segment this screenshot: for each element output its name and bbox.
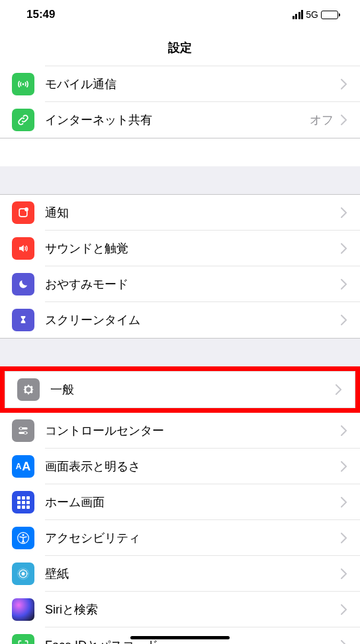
row-label: 画面表示と明るさ — [45, 458, 336, 474]
link-icon — [12, 109, 34, 131]
gear-icon — [17, 378, 40, 401]
chevron-right-icon — [336, 241, 351, 256]
text-size-icon: AA — [12, 455, 34, 478]
chevron-right-icon — [336, 77, 351, 91]
siri-icon — [12, 598, 34, 621]
page-title: 設定 — [0, 27, 360, 65]
settings-group: Bluetooth オン モバイル通信 インターネット共有 オフ — [0, 65, 360, 138]
settings-row-dnd[interactable]: おやすみモード — [0, 266, 360, 302]
speaker-icon — [12, 237, 34, 260]
settings-list[interactable]: Bluetooth オン モバイル通信 インターネット共有 オフ — [0, 65, 360, 644]
settings-row-cellular[interactable]: モバイル通信 — [0, 66, 360, 102]
row-label: 壁紙 — [45, 566, 336, 582]
faceid-icon — [12, 634, 34, 644]
settings-row-siri[interactable]: Siriと検索 — [0, 592, 360, 627]
settings-row-homescreen[interactable]: ホーム画面 — [0, 484, 360, 520]
group-separator — [0, 339, 360, 366]
settings-row-display[interactable]: AA 画面表示と明るさ — [0, 449, 360, 484]
chevron-right-icon — [336, 602, 351, 617]
svg-point-6 — [24, 431, 26, 434]
row-label: スクリーンタイム — [45, 312, 336, 328]
chevron-right-icon — [336, 277, 351, 292]
settings-group: 通知 サウンドと触覚 おやすみモード — [0, 194, 360, 339]
chevron-right-icon — [336, 566, 351, 581]
row-label: アクセシビリティ — [45, 530, 336, 546]
settings-row-sounds[interactable]: サウンドと触覚 — [0, 231, 360, 266]
chevron-right-icon — [336, 638, 351, 644]
row-label: Siriと検索 — [45, 602, 336, 617]
row-value: オフ — [310, 112, 334, 128]
antenna-icon — [12, 73, 34, 95]
highlighted-group: 一般 — [0, 366, 360, 413]
row-label: 通知 — [45, 205, 336, 221]
svg-point-8 — [22, 534, 24, 536]
status-time: 15:49 — [26, 8, 55, 21]
network-type: 5G — [306, 9, 318, 20]
chevron-right-icon — [336, 531, 351, 545]
cellular-signal-icon — [292, 10, 304, 19]
settings-row-screentime[interactable]: スクリーンタイム — [0, 302, 360, 338]
settings-row-hotspot[interactable]: インターネット共有 オフ — [0, 102, 360, 138]
home-indicator[interactable] — [130, 636, 230, 639]
svg-point-2 — [24, 207, 28, 211]
svg-point-0 — [22, 83, 24, 85]
chevron-right-icon — [336, 495, 351, 510]
status-bar: 15:49 5G — [0, 0, 360, 27]
chevron-right-icon — [331, 382, 345, 397]
row-label: モバイル通信 — [45, 76, 336, 92]
settings-group: コントロールセンター AA 画面表示と明るさ ホーム画面 — [0, 413, 360, 644]
wallpaper-icon — [12, 563, 34, 585]
svg-point-5 — [20, 427, 22, 430]
settings-row-controlcenter[interactable]: コントロールセンター — [0, 413, 360, 449]
moon-icon — [12, 273, 34, 295]
notification-icon — [12, 201, 34, 224]
chevron-right-icon — [336, 113, 351, 127]
settings-row-accessibility[interactable]: アクセシビリティ — [0, 520, 360, 556]
settings-row-wallpaper[interactable]: 壁紙 — [0, 556, 360, 592]
row-label: サウンドと触覚 — [45, 241, 336, 256]
row-label: コントロールセンター — [45, 423, 336, 439]
chevron-right-icon — [336, 423, 351, 438]
row-label: おやすみモード — [45, 276, 336, 292]
row-label: ホーム画面 — [45, 494, 336, 510]
chevron-right-icon — [336, 459, 351, 474]
settings-row-general[interactable]: 一般 — [5, 371, 355, 408]
status-indicators: 5G — [292, 9, 340, 20]
accessibility-icon — [12, 527, 34, 549]
app-grid-icon — [12, 491, 34, 513]
chevron-right-icon — [336, 205, 351, 220]
chevron-right-icon — [336, 313, 351, 327]
row-label: インターネット共有 — [45, 112, 310, 128]
battery-icon — [321, 11, 340, 19]
toggles-icon — [12, 419, 34, 442]
row-label: 一般 — [50, 382, 331, 398]
group-separator — [0, 166, 360, 194]
hourglass-icon — [12, 309, 34, 331]
settings-row-notifications[interactable]: 通知 — [0, 195, 360, 231]
